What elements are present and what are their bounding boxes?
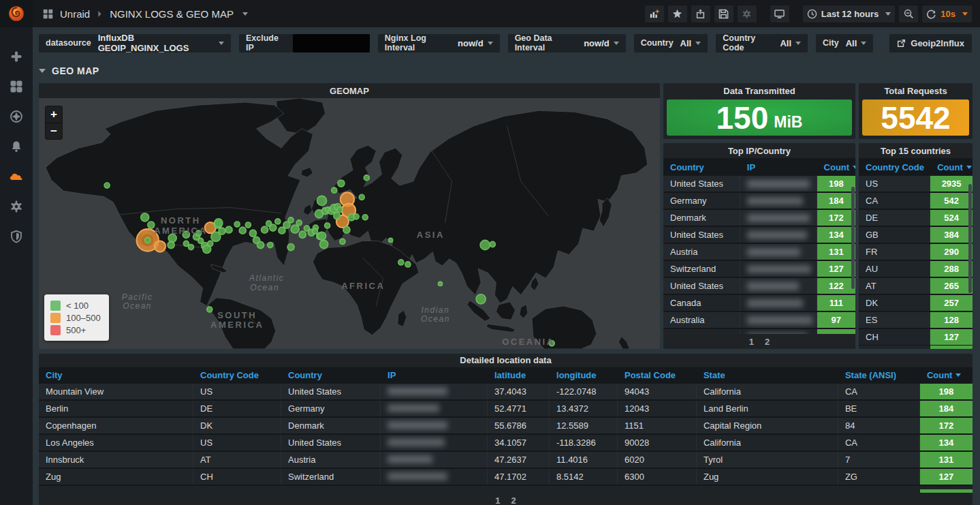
time-range-picker[interactable]: Last 12 hours xyxy=(803,5,896,22)
refresh-picker[interactable]: 10s xyxy=(922,5,972,22)
country-dropdown[interactable]: Country All xyxy=(634,34,708,52)
configuration-gear-icon[interactable] xyxy=(5,195,28,218)
top-ip-country-title[interactable]: Top IP/Country xyxy=(663,143,855,158)
geoip2influx-label: Geoip2Influx xyxy=(911,38,964,48)
country-code-value: All xyxy=(780,38,791,48)
refresh-caret-icon xyxy=(962,12,968,16)
column-header-city[interactable]: City xyxy=(39,370,193,380)
star-button[interactable] xyxy=(668,5,687,22)
city-dropdown[interactable]: City All xyxy=(816,34,873,52)
share-button[interactable] xyxy=(691,5,710,22)
geoip2influx-link[interactable]: Geoip2Influx xyxy=(889,34,972,52)
table-row: AU 288 xyxy=(859,261,973,278)
map-label: AMERICA xyxy=(210,320,264,330)
exclude-ip-field[interactable]: Exclude IP xyxy=(239,34,370,52)
table-row: DE 524 xyxy=(859,210,973,227)
cycle-view-monitor-button[interactable] xyxy=(770,5,789,22)
external-link-icon xyxy=(897,39,906,48)
exclude-ip-input[interactable] xyxy=(293,34,370,52)
detailed-location-title[interactable]: Detailed location data xyxy=(39,354,973,367)
server-admin-shield-icon[interactable] xyxy=(5,225,28,248)
redacted-ip xyxy=(388,438,445,446)
time-range-label: Last 12 hours xyxy=(821,9,879,19)
column-header-ip[interactable]: IP xyxy=(740,162,817,172)
map-zoom-in-button[interactable]: + xyxy=(46,106,62,123)
settings-gear-button[interactable] xyxy=(738,5,757,22)
grafana-logo-icon[interactable] xyxy=(0,0,33,27)
page-title[interactable]: NGINX LOGS & GEO MAP xyxy=(110,8,234,20)
column-header-country-code[interactable]: Country Code xyxy=(859,162,930,172)
column-header-country[interactable]: Country xyxy=(281,370,381,380)
explore-compass-icon[interactable] xyxy=(5,105,28,128)
scrollbar-thumb[interactable] xyxy=(851,187,855,289)
map-label: ASIA xyxy=(417,230,445,240)
add-icon[interactable] xyxy=(5,45,28,68)
chevron-down-icon xyxy=(219,42,224,45)
column-header-country-code[interactable]: Country Code xyxy=(193,370,281,380)
world-map[interactable]: NORTHAMERICAAtlanticOceanPacificOceanSOU… xyxy=(39,98,660,349)
column-header-country[interactable]: Country xyxy=(663,162,740,172)
page-button[interactable]: 1 xyxy=(495,495,500,505)
page-button[interactable]: 2 xyxy=(511,495,516,505)
table-row: United States 198 xyxy=(663,176,855,193)
breadcrumb: Unraid NGINX LOGS & GEO MAP xyxy=(42,8,248,20)
table-row: US 2935 xyxy=(859,176,973,193)
top-15-countries-title[interactable]: Top 15 countries xyxy=(859,143,973,158)
zoom-out-time-button[interactable] xyxy=(899,5,918,22)
dashboard: GEO MAP GEOMAP xyxy=(33,59,980,505)
page-button[interactable]: 1 xyxy=(749,337,754,347)
table-row: ES 128 xyxy=(859,312,973,329)
column-header-postal-code[interactable]: Postal Code xyxy=(618,370,697,380)
page-button[interactable]: 2 xyxy=(765,337,770,347)
country-code-dropdown[interactable]: Country Code All xyxy=(716,34,808,52)
table-header: Country Code Count xyxy=(859,158,973,176)
breadcrumb-app[interactable]: Unraid xyxy=(60,8,90,20)
column-header-count[interactable]: Count xyxy=(920,370,973,380)
chevron-down-icon xyxy=(795,42,801,45)
map-labels: NORTHAMERICAAtlanticOceanPacificOceanSOU… xyxy=(39,98,660,349)
legend-swatch-orange xyxy=(50,313,61,323)
cloudflare-plugin-icon[interactable] xyxy=(5,165,28,188)
filter-bar: datasource InfluxDB GEOIP_NGINX_LOGS Exc… xyxy=(33,27,980,59)
section-geo-map[interactable]: GEO MAP xyxy=(39,63,973,79)
column-header-count[interactable]: Count xyxy=(930,162,973,172)
datasource-dropdown[interactable]: datasource InfluxDB GEOIP_NGINX_LOGS xyxy=(39,34,231,52)
column-header-longitude[interactable]: longitude xyxy=(550,370,618,380)
main-area: Unraid NGINX LOGS & GEO MAP xyxy=(33,0,980,505)
title-caret-icon[interactable] xyxy=(242,12,248,16)
add-panel-button[interactable] xyxy=(645,5,664,22)
city-label: City xyxy=(823,38,839,48)
country-label: Country xyxy=(641,38,674,48)
redacted-ip xyxy=(388,404,439,412)
scrollbar-thumb[interactable] xyxy=(968,184,972,293)
nginx-log-interval-dropdown[interactable]: Nginx Log Interval now/d xyxy=(378,34,500,52)
map-zoom-out-button[interactable]: − xyxy=(46,123,62,139)
chevron-down-icon xyxy=(861,42,866,45)
redacted-ip xyxy=(388,421,447,429)
redacted-ip xyxy=(388,387,447,395)
geomap-panel-title[interactable]: GEOMAP xyxy=(39,83,660,98)
map-label: Ocean xyxy=(123,301,152,311)
column-header-ip[interactable]: IP xyxy=(381,370,488,380)
table-body: US 2935 CA 542 DE xyxy=(859,176,973,346)
grafana-app: Unraid NGINX LOGS & GEO MAP xyxy=(0,0,980,505)
city-value: All xyxy=(846,38,857,48)
column-header-count[interactable]: Count xyxy=(817,162,855,172)
data-transmitted-title[interactable]: Data Transmitted xyxy=(663,83,855,98)
table-header: City Country Code Country IP latitude lo… xyxy=(39,367,973,384)
dashboards-icon[interactable] xyxy=(5,75,28,98)
redacted-ip xyxy=(747,197,803,205)
table-header: Country IP Count xyxy=(663,158,855,176)
geo-data-interval-dropdown[interactable]: Geo Data Interval now/d xyxy=(508,34,626,52)
save-button[interactable] xyxy=(714,5,733,22)
total-requests-title[interactable]: Total Requests xyxy=(859,83,973,98)
table-row: Copenhagen DK Denmark 55.6786 12.5589 11… xyxy=(39,418,973,435)
alerting-bell-icon[interactable] xyxy=(5,135,28,158)
column-header-state[interactable]: State xyxy=(697,370,838,380)
map-label: Pacific xyxy=(122,292,153,302)
map-legend: < 100 100–500 500+ xyxy=(44,294,109,341)
column-header-latitude[interactable]: latitude xyxy=(488,370,550,380)
top-ip-country-panel: Top IP/Country Country IP Count United S… xyxy=(663,143,855,349)
column-header-state-ansi[interactable]: State (ANSI) xyxy=(838,370,920,380)
table-row: AT 265 xyxy=(859,278,973,295)
